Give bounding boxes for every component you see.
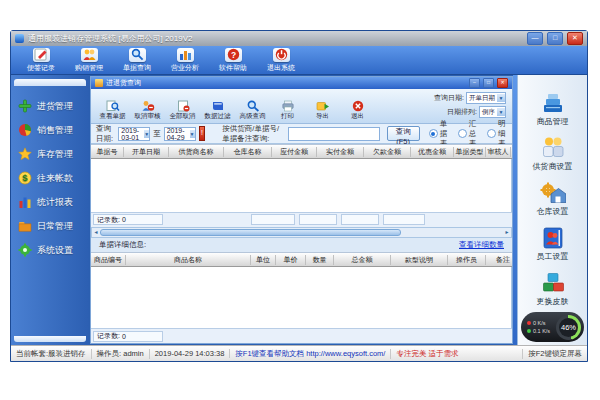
dollar-icon: $ bbox=[18, 171, 32, 185]
minimize-button[interactable]: — bbox=[527, 32, 543, 45]
data-filter-button[interactable]: 数据过滤 bbox=[200, 100, 235, 121]
print-button[interactable]: 打印 bbox=[270, 100, 305, 121]
cancel-audit-button[interactable]: 取消审核 bbox=[130, 100, 165, 121]
sidebar-item-inventory[interactable]: 库存管理 bbox=[11, 144, 89, 164]
supplier-settings-button[interactable]: 供货商设置 bbox=[533, 136, 573, 172]
view-quantity-link[interactable]: 查看详细数量 bbox=[459, 240, 504, 250]
doc-query-button[interactable]: 单据查询 bbox=[115, 47, 159, 73]
child-close-button[interactable]: ✕ bbox=[497, 78, 508, 88]
purchase-sales-label: 购销管理 bbox=[75, 63, 103, 73]
chevron-down-icon: ▼ bbox=[497, 108, 505, 116]
sidebar-item-accounts[interactable]: $ 往来帐款 bbox=[11, 168, 89, 188]
employee-icon bbox=[540, 226, 566, 250]
supplier-icon bbox=[540, 136, 566, 160]
column-header[interactable]: 应付金额 bbox=[272, 147, 317, 157]
close-button[interactable]: ✕ bbox=[567, 32, 583, 45]
window-title: 通用服装进销存管理系统 [易企用公司] 2019V2 bbox=[28, 33, 523, 44]
scrollbar-thumb[interactable] bbox=[100, 229, 401, 236]
left-sidebar: 进货管理 销售管理 库存管理 $ 往来帐款 统计报表 日常管理 bbox=[11, 75, 89, 345]
sum-paid bbox=[299, 214, 337, 225]
cancel-all-button[interactable]: 全部取消 bbox=[165, 100, 200, 121]
column-header[interactable]: 审核人 bbox=[486, 147, 511, 157]
column-header[interactable]: 供货商名称 bbox=[169, 147, 224, 157]
column-header[interactable]: 仓库名称 bbox=[224, 147, 272, 157]
date-to-select[interactable]: 2019-04-29 ▼ bbox=[164, 127, 196, 141]
search-label: 按供货商/单据号/单据备注查询: bbox=[222, 124, 284, 144]
detail-section-header: 单据详细信息: 查看详细数量 bbox=[91, 238, 512, 252]
date-warning-icon[interactable]: ! bbox=[199, 126, 206, 141]
analysis-button[interactable]: 营业分析 bbox=[163, 47, 207, 73]
right-item-label: 仓库设置 bbox=[537, 206, 569, 217]
help-button[interactable]: ? 软件帮助 bbox=[211, 47, 255, 73]
column-header[interactable]: 总金额 bbox=[334, 255, 391, 265]
adv-query-button[interactable]: 高级查询 bbox=[235, 100, 270, 121]
goods-manage-button[interactable]: 商品管理 bbox=[537, 91, 569, 127]
right-item-label: 员工设置 bbox=[537, 251, 569, 262]
exit-icon bbox=[351, 100, 365, 112]
record-count: 记录数: 0 bbox=[93, 331, 163, 342]
status-datetime: 2019-04-29 14:03:38 bbox=[150, 349, 231, 358]
view-doc-icon bbox=[106, 100, 120, 112]
performance-gauge[interactable]: 0 K/s 0.1 K/s 46% bbox=[521, 312, 584, 342]
date-type-select[interactable]: 开单日期 ▼ bbox=[466, 92, 506, 104]
child-maximize-button[interactable]: □ bbox=[483, 78, 494, 88]
column-header[interactable]: 单价 bbox=[276, 255, 306, 265]
query-button[interactable]: 查询(F5) bbox=[387, 126, 420, 141]
sidebar-item-daily[interactable]: 日常管理 bbox=[11, 216, 89, 236]
column-header[interactable]: 单据类型 bbox=[454, 147, 486, 157]
column-header[interactable]: 实付金额 bbox=[317, 147, 364, 157]
memo-button[interactable]: 便签记录 bbox=[19, 47, 63, 73]
upload-dot-icon bbox=[527, 321, 531, 325]
child-minimize-button[interactable]: – bbox=[469, 78, 480, 88]
column-header[interactable]: 款型说明 bbox=[391, 255, 448, 265]
purchase-sales-button[interactable]: 购销管理 bbox=[67, 47, 111, 73]
column-header[interactable]: 数量 bbox=[306, 255, 334, 265]
sidebar-item-label: 销售管理 bbox=[37, 124, 73, 137]
date-from-select[interactable]: 2019-03-01 ▼ bbox=[118, 127, 150, 141]
gear-icon bbox=[18, 243, 32, 257]
column-header[interactable]: 欠款金额 bbox=[364, 147, 411, 157]
exit-system-button[interactable]: 退出系统 bbox=[259, 47, 303, 73]
status-help-link[interactable]: 按F1键查看帮助文档 http://www.eqysoft.com/ bbox=[230, 349, 391, 359]
sidebar-item-purchase[interactable]: 进货管理 bbox=[11, 96, 89, 116]
sidebar-item-reports[interactable]: 统计报表 bbox=[11, 192, 89, 212]
order-select[interactable]: 倒序 ▼ bbox=[479, 106, 506, 118]
column-header[interactable]: 备注 bbox=[486, 255, 512, 265]
print-label: 打印 bbox=[281, 112, 294, 121]
to-label: 至 bbox=[153, 129, 161, 139]
scroll-right-icon[interactable]: ► bbox=[503, 228, 511, 237]
view-doc-button[interactable]: 查看单据 bbox=[95, 100, 130, 121]
export-button[interactable]: 导出 bbox=[305, 100, 340, 121]
help-label: 软件帮助 bbox=[219, 63, 247, 73]
search-input[interactable] bbox=[288, 127, 380, 141]
child-exit-button[interactable]: 退出 bbox=[340, 100, 375, 121]
sidebar-item-sales[interactable]: 销售管理 bbox=[11, 120, 89, 140]
horizontal-scrollbar[interactable]: ◄ ► bbox=[91, 227, 512, 238]
scroll-left-icon[interactable]: ◄ bbox=[92, 228, 100, 237]
svg-text:$: $ bbox=[22, 172, 28, 183]
detail-table-header: 商品编号 商品名称 单位 单价 数量 总金额 款型说明 操作员 备注 bbox=[91, 252, 512, 267]
column-header[interactable]: 审核日期 bbox=[511, 147, 512, 157]
bill-table-header: 单据号 开单日期 供货商名称 仓库名称 应付金额 实付金额 欠款金额 优惠金额 … bbox=[91, 144, 512, 159]
column-header[interactable]: 开单日期 bbox=[124, 147, 169, 157]
column-header[interactable]: 优惠金额 bbox=[411, 147, 454, 157]
column-header[interactable]: 商品名称 bbox=[126, 255, 251, 265]
warehouse-settings-button[interactable]: 仓库设置 bbox=[537, 181, 569, 217]
gauge-percent: 46% bbox=[559, 318, 578, 337]
status-slogan: 专注完美 适于需求 bbox=[391, 349, 463, 359]
filter-icon bbox=[211, 100, 225, 112]
column-header[interactable]: 单位 bbox=[251, 255, 276, 265]
column-header[interactable]: 商品编号 bbox=[91, 255, 126, 265]
filter-row: 查询日期: 2019-03-01 ▼ 至 2019-04-29 ▼ ! 按供货商… bbox=[91, 124, 512, 144]
change-skin-button[interactable]: 更换皮肤 bbox=[537, 271, 569, 307]
radio-icon bbox=[429, 129, 438, 138]
employee-settings-button[interactable]: 员工设置 bbox=[537, 226, 569, 262]
sidebar-item-settings[interactable]: 系统设置 bbox=[11, 240, 89, 260]
sum-payable bbox=[251, 214, 295, 225]
maximize-button[interactable]: □ bbox=[547, 32, 563, 45]
child-window-icon bbox=[95, 79, 103, 87]
column-header[interactable]: 单据号 bbox=[91, 147, 124, 157]
sidebar-footer bbox=[14, 336, 86, 342]
column-header[interactable]: 操作员 bbox=[448, 255, 486, 265]
print-icon bbox=[281, 100, 295, 112]
